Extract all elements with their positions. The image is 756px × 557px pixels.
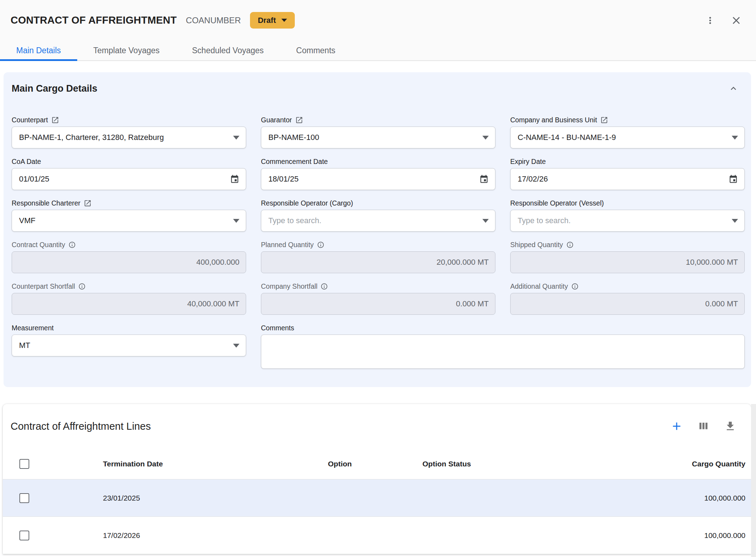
field-counterpart-shortfall: Counterpart Shortfall 40,000.000 MT xyxy=(12,282,246,315)
table-row[interactable]: 17/02/2026 100,000.000 xyxy=(3,517,751,554)
responsible-operator-cargo-input[interactable] xyxy=(268,216,478,225)
coa-number: COANUMBER xyxy=(186,16,241,25)
status-label: Draft xyxy=(258,16,276,25)
tab-main-details[interactable]: Main Details xyxy=(0,41,77,60)
more-options-button[interactable] xyxy=(702,13,718,28)
contract-quantity-value: 400,000.000 xyxy=(12,251,246,273)
calendar-icon[interactable] xyxy=(230,175,239,184)
collapse-section-button[interactable] xyxy=(726,81,740,96)
additional-quantity-value: 0.000 MT xyxy=(510,293,745,315)
counterpart-select[interactable]: BP-NAME-1, Charterer, 31280, Ratzeburg xyxy=(12,127,246,148)
tab-scheduled-voyages[interactable]: Scheduled Voyages xyxy=(176,41,280,60)
row-checkbox[interactable] xyxy=(19,493,29,503)
field-company-shortfall: Company Shortfall 0.000 MT xyxy=(261,282,495,315)
info-icon xyxy=(78,283,86,290)
open-in-new-icon[interactable] xyxy=(295,116,303,124)
comments-textarea[interactable] xyxy=(267,338,739,365)
col-cargo-quantity: Cargo Quantity xyxy=(620,460,751,468)
dropdown-arrow-icon xyxy=(233,219,239,223)
company-shortfall-value: 0.000 MT xyxy=(261,293,495,315)
dropdown-arrow-icon xyxy=(233,136,239,140)
calendar-icon[interactable] xyxy=(728,175,738,184)
shipped-quantity-value: 10,000.000 MT xyxy=(510,251,745,273)
cell-cargo-quantity: 100,000.000 xyxy=(620,531,751,540)
chevron-up-icon xyxy=(728,83,739,94)
planned-quantity-value: 20,000.000 MT xyxy=(261,251,495,273)
close-button[interactable] xyxy=(728,13,744,28)
close-icon xyxy=(730,14,742,26)
counterpart-shortfall-label: Counterpart Shortfall xyxy=(12,282,75,290)
table-row[interactable]: 23/01/2025 100,000.000 xyxy=(3,479,751,517)
additional-quantity-label: Additional Quantity xyxy=(510,282,568,290)
planned-quantity-label: Planned Quantity xyxy=(261,241,314,249)
responsible-operator-vessel-search[interactable] xyxy=(510,210,745,232)
field-responsible-operator-cargo: Responsible Operator (Cargo) xyxy=(261,198,495,232)
info-icon xyxy=(68,241,76,249)
commencement-date-label: Commencement Date xyxy=(261,158,328,166)
col-option-status: Option Status xyxy=(422,460,620,468)
vertical-scrollbar-track[interactable] xyxy=(751,404,756,557)
add-line-button[interactable] xyxy=(669,418,685,434)
expiry-date-input[interactable]: 17/02/26 xyxy=(510,168,745,190)
page-title: CONTRACT OF AFFREIGHTMENT xyxy=(11,14,177,26)
dropdown-arrow-icon xyxy=(482,219,489,223)
measurement-select[interactable]: MT xyxy=(12,335,246,356)
section-title-main-cargo: Main Cargo Details xyxy=(12,83,97,94)
dialog-header: CONTRACT OF AFFREIGHTMENT COANUMBER Draf… xyxy=(0,0,756,41)
company-bu-select[interactable]: C-NAME-14 - BU-NAME-1-9 xyxy=(510,127,745,148)
cell-termination-date: 17/02/2026 xyxy=(103,531,328,540)
info-icon xyxy=(321,283,328,290)
column-settings-button[interactable] xyxy=(695,418,712,434)
guarantor-select[interactable]: BP-NAME-100 xyxy=(261,127,495,148)
download-icon xyxy=(724,420,736,432)
dropdown-arrow-icon xyxy=(732,219,738,223)
field-additional-quantity: Additional Quantity 0.000 MT xyxy=(510,282,745,315)
field-planned-quantity: Planned Quantity 20,000.000 MT xyxy=(261,240,495,273)
open-in-new-icon[interactable] xyxy=(51,116,59,124)
expiry-date-label: Expiry Date xyxy=(510,158,546,166)
field-company-business-unit: Company and Business Unit C-NAME-14 - BU… xyxy=(510,115,745,148)
field-measurement: Measurement MT xyxy=(12,323,246,369)
counterpart-shortfall-value: 40,000.000 MT xyxy=(12,293,246,315)
field-expiry-date: Expiry Date 17/02/26 xyxy=(510,157,745,190)
field-responsible-charterer: Responsible Charterer VMF xyxy=(12,198,246,232)
coa-date-input[interactable]: 01/01/25 xyxy=(12,168,246,190)
open-in-new-icon[interactable] xyxy=(84,199,92,207)
info-icon xyxy=(317,241,324,249)
field-contract-quantity: Contract Quantity 400,000.000 xyxy=(12,240,246,273)
dropdown-arrow-icon xyxy=(233,344,239,348)
shipped-quantity-label: Shipped Quantity xyxy=(510,241,563,249)
section-title-coa-lines: Contract of Affreightment Lines xyxy=(11,421,658,432)
calendar-icon[interactable] xyxy=(479,175,489,184)
responsible-operator-vessel-input[interactable] xyxy=(518,216,727,225)
counterpart-label: Counterpart xyxy=(12,116,48,124)
dropdown-arrow-icon xyxy=(482,136,489,140)
lines-table-header: Termination Date Option Option Status Ca… xyxy=(3,448,751,479)
open-in-new-icon[interactable] xyxy=(600,116,608,124)
cell-cargo-quantity: 100,000.000 xyxy=(620,494,751,502)
tab-bar: Main Details Template Voyages Scheduled … xyxy=(0,41,756,61)
guarantor-label: Guarantor xyxy=(261,116,292,124)
main-cargo-details-section: Main Cargo Details Counterpart BP-NAME-1… xyxy=(4,72,751,387)
columns-icon xyxy=(697,420,709,432)
coa-date-label: CoA Date xyxy=(12,158,41,166)
tab-comments[interactable]: Comments xyxy=(280,41,352,60)
coa-lines-section: Contract of Affreightment Lines Terminat… xyxy=(0,404,756,554)
download-button[interactable] xyxy=(722,418,738,434)
select-all-checkbox[interactable] xyxy=(19,459,29,469)
kebab-menu-icon xyxy=(705,15,715,26)
row-checkbox[interactable] xyxy=(19,531,29,540)
company-shortfall-label: Company Shortfall xyxy=(261,282,317,290)
comments-label: Comments xyxy=(261,324,294,332)
responsible-operator-vessel-label: Responsible Operator (Vessel) xyxy=(510,199,604,207)
responsible-charterer-select[interactable]: VMF xyxy=(12,210,246,232)
plus-icon xyxy=(670,420,683,433)
field-counterpart: Counterpart BP-NAME-1, Charterer, 31280,… xyxy=(12,115,246,148)
status-dropdown[interactable]: Draft xyxy=(250,12,295,29)
responsible-operator-cargo-search[interactable] xyxy=(261,210,495,232)
commencement-date-input[interactable]: 18/01/25 xyxy=(261,168,495,190)
comments-textarea-box xyxy=(261,335,745,369)
company-bu-label: Company and Business Unit xyxy=(510,116,597,124)
field-comments: Comments xyxy=(261,323,745,369)
tab-template-voyages[interactable]: Template Voyages xyxy=(77,41,176,60)
